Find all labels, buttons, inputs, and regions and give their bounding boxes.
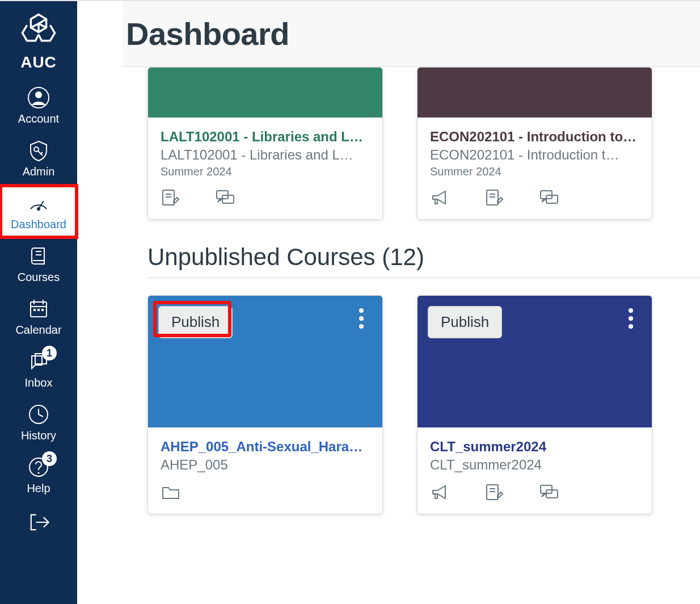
- nav-admin[interactable]: Admin: [0, 132, 77, 185]
- help-icon: 3: [26, 455, 51, 480]
- svg-rect-14: [41, 309, 44, 311]
- nav-account[interactable]: Account: [0, 79, 77, 132]
- inbox-icon: 1: [26, 349, 51, 374]
- card-actions: [148, 483, 382, 514]
- card-actions: [418, 483, 652, 514]
- discussions-icon[interactable]: [539, 188, 559, 207]
- publish-button[interactable]: Publish: [428, 306, 502, 338]
- assignments-icon[interactable]: [484, 188, 505, 207]
- nav-dashboard[interactable]: Dashboard: [0, 185, 77, 238]
- nav-label: Calendar: [15, 324, 61, 337]
- nav-label: Account: [18, 112, 59, 125]
- unpublished-courses-row: Publish AHEP_005_Anti-Sexual_Harassm… AH…: [123, 295, 700, 514]
- page-title: Dashboard: [126, 15, 289, 52]
- card-header: Publish: [418, 296, 652, 427]
- course-title[interactable]: LALT102001 - Libraries and Learni…: [161, 129, 370, 145]
- course-term: Summer 2024: [430, 165, 639, 178]
- course-subtitle: LALT102001 - Libraries and L…: [161, 147, 370, 163]
- speedometer-icon: [26, 191, 51, 216]
- announcements-icon[interactable]: [430, 188, 450, 207]
- course-title[interactable]: CLT_summer2024: [430, 439, 639, 455]
- course-subtitle: CLT_summer2024: [430, 457, 639, 473]
- card-header: [148, 68, 382, 118]
- course-subtitle: ECON202101 - Introduction t…: [430, 147, 639, 163]
- svg-rect-12: [33, 309, 36, 311]
- course-title[interactable]: AHEP_005_Anti-Sexual_Harassm…: [161, 439, 370, 455]
- course-card[interactable]: LALT102001 - Libraries and Learni… LALT1…: [147, 67, 383, 220]
- nav-logout[interactable]: [0, 502, 77, 535]
- brand-logo[interactable]: AUC: [0, 8, 77, 79]
- kebab-icon[interactable]: [622, 67, 639, 68]
- card-actions: [148, 188, 382, 219]
- svg-point-1: [35, 91, 42, 98]
- logout-icon: [26, 510, 51, 535]
- svg-rect-13: [37, 309, 40, 311]
- divider: [147, 278, 700, 278]
- nav-courses[interactable]: Courses: [0, 238, 77, 291]
- nav-label: Dashboard: [11, 218, 66, 231]
- nav-label: Inbox: [25, 376, 53, 389]
- global-nav: AUC Account Admin Dashboard: [0, 1, 77, 604]
- course-title[interactable]: ECON202101 - Introduction to M…: [430, 129, 639, 145]
- user-circle-icon: [26, 85, 51, 110]
- kebab-icon[interactable]: [353, 306, 370, 331]
- assignments-icon[interactable]: [161, 188, 181, 207]
- unpublished-heading: Unpublished Courses (12): [123, 220, 700, 278]
- svg-point-20: [37, 472, 39, 473]
- nav-label: Admin: [23, 165, 55, 178]
- nav-help[interactable]: 3 Help: [0, 449, 77, 502]
- calendar-icon: [26, 296, 51, 321]
- inbox-badge: 1: [42, 346, 57, 360]
- publish-button[interactable]: Publish: [158, 306, 233, 338]
- kebab-icon[interactable]: [353, 67, 370, 68]
- nav-calendar[interactable]: Calendar: [0, 291, 77, 343]
- nav-inbox[interactable]: 1 Inbox: [0, 343, 77, 396]
- brand-logo-icon: [19, 11, 58, 50]
- nav-label: History: [21, 429, 56, 442]
- course-term: Summer 2024: [161, 165, 370, 178]
- course-subtitle: AHEP_005: [161, 457, 370, 473]
- nav-history[interactable]: History: [0, 396, 77, 449]
- nav-label: Courses: [18, 271, 60, 284]
- brand-label: AUC: [20, 53, 57, 72]
- main-content: LALT102001 - Libraries and Learni… LALT1…: [77, 1, 700, 604]
- svg-point-4: [37, 208, 40, 210]
- shield-key-icon: [26, 138, 51, 163]
- assignments-icon[interactable]: [484, 483, 505, 501]
- svg-point-2: [34, 147, 39, 152]
- page-header: Dashboard: [123, 1, 700, 67]
- course-card[interactable]: ECON202101 - Introduction to M… ECON2021…: [417, 67, 652, 220]
- folder-icon[interactable]: [161, 483, 181, 501]
- discussions-icon[interactable]: [215, 188, 235, 207]
- clock-icon: [26, 402, 51, 427]
- card-header: Publish: [148, 296, 382, 427]
- card-header: [418, 68, 652, 118]
- card-actions: [418, 188, 652, 219]
- discussions-icon[interactable]: [539, 483, 559, 501]
- book-icon: [26, 244, 51, 269]
- nav-label: Help: [27, 482, 50, 495]
- svg-line-18: [39, 414, 43, 417]
- announcements-icon[interactable]: [430, 483, 450, 501]
- course-card[interactable]: Publish CLT_summer2024 CLT_summer2024: [417, 295, 652, 514]
- nav-list: Account Admin Dashboard Courses: [0, 79, 77, 535]
- course-card[interactable]: Publish AHEP_005_Anti-Sexual_Harassm… AH…: [147, 295, 383, 514]
- help-badge: 3: [42, 451, 57, 466]
- published-courses-row: LALT102001 - Libraries and Learni… LALT1…: [123, 67, 700, 220]
- kebab-icon[interactable]: [622, 306, 639, 331]
